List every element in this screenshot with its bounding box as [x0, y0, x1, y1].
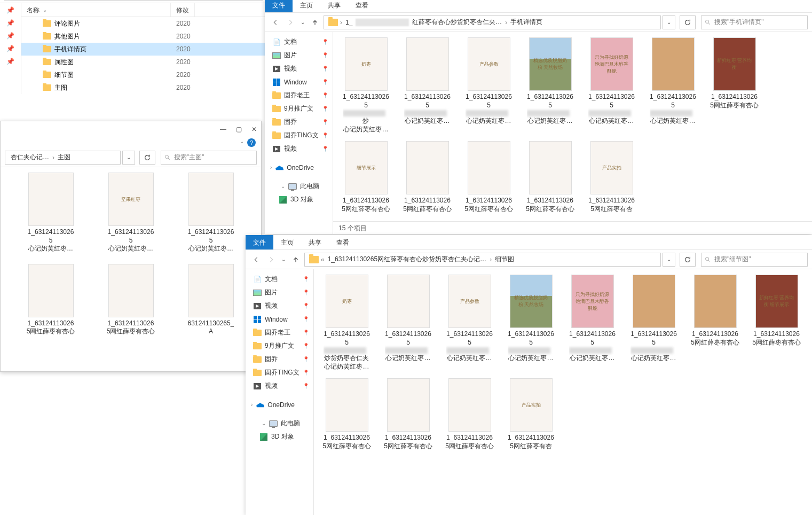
- nav-item[interactable]: ›OneDrive: [265, 161, 333, 174]
- thumbnail-item[interactable]: 奶枣 1_63124113026 5 炒 心记奶芙红枣…: [341, 37, 391, 134]
- column-name[interactable]: 名称⌄: [21, 3, 171, 17]
- thumbnail-item[interactable]: 产品实拍 1_63124113026 5网红薛枣有杏: [586, 141, 637, 213]
- tab-file[interactable]: 文件: [246, 235, 273, 249]
- thumbnail-item[interactable]: 1_63124113026 5网红薛枣有杏心: [99, 264, 163, 336]
- thumbnail-item[interactable]: 1_63124113026 5 心记奶芙红枣…: [19, 173, 83, 253]
- breadcrumb-seg[interactable]: 红薛枣有杏心炒货奶枣杏仁夹…: [409, 18, 505, 27]
- thumbnail-item[interactable]: 坚果红枣 1_63124113026 5 心记奶芙红枣…: [99, 173, 163, 253]
- breadcrumb[interactable]: « 1_631241130265网红薛枣有杏心炒货奶枣杏仁夹心记… › 细节图: [304, 253, 661, 267]
- forward-button[interactable]: [284, 16, 297, 29]
- nav-item[interactable]: 3D 对象: [265, 193, 333, 206]
- nav-item[interactable]: Window📍: [246, 313, 313, 326]
- thumbnail-item[interactable]: 只为寻找好奶源 饱满巴旦木醇香酥脆 1_63124113026 5 心记奶芙红枣…: [586, 37, 637, 134]
- thumbnail-item[interactable]: 新鲜红枣 营养均衡 细节展示 1_63124113026 5网红薛枣有杏心: [751, 275, 802, 371]
- chevron-down-icon[interactable]: ⌄: [238, 138, 244, 147]
- breadcrumb-seg[interactable]: 1_: [342, 19, 356, 26]
- forward-button[interactable]: [265, 253, 278, 266]
- search-input[interactable]: 搜索"细节图": [701, 253, 808, 267]
- breadcrumb-seg[interactable]: 手机详情页: [507, 18, 546, 27]
- tab-home[interactable]: 主页: [293, 0, 320, 12]
- thumbnail-item[interactable]: 产品参数 1_63124113026 5 心记奶芙红枣…: [444, 275, 495, 371]
- nav-item[interactable]: ▶视频📍: [246, 379, 313, 393]
- thumbnail-item[interactable]: 1_63124113026 5 心记奶芙红枣…: [648, 37, 698, 134]
- expand-icon[interactable]: ›: [249, 402, 253, 408]
- breadcrumb[interactable]: 浏览器下载› 电商图片› 2020: [4, 0, 263, 1]
- nav-item[interactable]: 9月推广文📍: [246, 339, 313, 353]
- thumbnail-item[interactable]: 奶枣 1_63124113026 5 炒货奶枣杏仁夹 心记奶芙红枣…: [321, 275, 372, 371]
- folder-row[interactable]: 细节图2020: [21, 68, 267, 81]
- column-modified[interactable]: 修改: [171, 3, 195, 17]
- up-button[interactable]: [309, 16, 321, 29]
- breadcrumb-seg[interactable]: 杏仁夹心记…: [7, 153, 52, 162]
- thumbnail-item[interactable]: 细节展示 1_63124113026 5网红薛枣有杏心: [341, 141, 391, 213]
- refresh-button[interactable]: [139, 151, 155, 165]
- nav-item[interactable]: 固乔📍: [246, 353, 313, 366]
- nav-item[interactable]: 图片📍: [265, 49, 333, 62]
- thumbnail-item[interactable]: 精选优质脱脂奶粉 天然牧场 1_63124113026 5 心记奶芙红枣…: [506, 275, 556, 371]
- thumbnail-item[interactable]: 1_63124113026 5网红薛枣有杏心: [690, 275, 740, 371]
- history-dropdown[interactable]: ⌄: [299, 16, 306, 29]
- nav-item[interactable]: 固乔老王📍: [246, 326, 313, 339]
- thumbnail-item[interactable]: 只为寻找好奶源 饱满巴旦木醇香酥脆 1_63124113026 5 心记奶芙红枣…: [567, 275, 618, 371]
- breadcrumb-dropdown[interactable]: ⌄: [663, 253, 675, 267]
- thumbnail-item[interactable]: 1_63124113026 5网红薛枣有杏心: [444, 378, 495, 450]
- thumbnail-item[interactable]: 产品参数 1_63124113026 5 心记奶芙红枣…: [463, 37, 514, 134]
- nav-item[interactable]: 图片📍: [246, 286, 313, 299]
- folder-row[interactable]: 主图2020: [21, 81, 267, 94]
- thumbnail-item[interactable]: 1_63124113026 5网红薛枣有杏心: [321, 378, 372, 450]
- breadcrumb-seg[interactable]: 主图: [54, 153, 74, 162]
- back-button[interactable]: [269, 16, 282, 29]
- search-input[interactable]: 搜索"主图": [161, 151, 257, 165]
- expand-icon[interactable]: ›: [268, 165, 272, 170]
- thumbnail-item[interactable]: 精选优质脱脂奶粉 天然牧场 1_63124113026 5 心记奶芙红枣…: [525, 37, 576, 134]
- breadcrumb[interactable]: › 1_ 红薛枣有杏心炒货奶枣杏仁夹… › 手机详情页: [324, 15, 661, 29]
- minimize-icon[interactable]: —: [220, 126, 226, 133]
- help-icon[interactable]: ?: [247, 138, 256, 147]
- nav-item[interactable]: 9月推广文📍: [265, 102, 333, 115]
- nav-item[interactable]: 📄文档📍: [246, 272, 313, 286]
- nav-item[interactable]: ⌄此电脑: [246, 417, 313, 430]
- up-button[interactable]: [289, 253, 302, 266]
- nav-item[interactable]: ›OneDrive: [246, 398, 313, 411]
- thumbnail-item[interactable]: 1_63124113026 5网红薛枣有杏心: [383, 378, 433, 450]
- thumbnail-item[interactable]: 1_63124113026 5 心记奶芙红枣…: [179, 173, 243, 253]
- breadcrumb-dropdown[interactable]: ⌄: [122, 151, 135, 165]
- thumbnail-item[interactable]: 1_63124113026 5网红薛枣有杏心: [463, 141, 514, 213]
- thumbnail-item[interactable]: 1_63124113026 5 心记奶芙红枣…: [402, 37, 453, 134]
- tab-share[interactable]: 共享: [301, 235, 329, 249]
- nav-item[interactable]: 固乔TING文📍: [265, 129, 333, 142]
- expand-icon[interactable]: ⌄: [259, 420, 266, 426]
- breadcrumb-seg[interactable]: 1_631241130265网红薛枣有杏心炒货奶枣杏仁夹心记…: [325, 255, 490, 264]
- folder-row[interactable]: 手机详情页2020: [21, 43, 267, 56]
- thumbnail-item[interactable]: 631241130265_ A: [179, 264, 243, 336]
- thumbnail-item[interactable]: 产品实拍 1_63124113026 5网红薛枣有杏: [506, 378, 556, 450]
- tab-view[interactable]: 查看: [348, 0, 376, 12]
- folder-row[interactable]: 其他图片2020: [21, 30, 267, 43]
- search-input[interactable]: 搜索"手机详情页": [701, 15, 808, 29]
- nav-item[interactable]: 固乔老王📍: [265, 89, 333, 102]
- thumbnail-item[interactable]: 1_63124113026 5 心记奶芙红枣…: [628, 275, 679, 371]
- thumbnail-item[interactable]: 1_63124113026 5网红薛枣有杏心: [525, 141, 576, 213]
- nav-item[interactable]: 3D 对象: [246, 430, 313, 443]
- expand-icon[interactable]: ⌄: [279, 183, 285, 189]
- refresh-button[interactable]: [680, 15, 696, 29]
- breadcrumb-dropdown[interactable]: ⌄: [663, 15, 675, 29]
- close-icon[interactable]: ✕: [251, 126, 257, 133]
- nav-item[interactable]: ▶视频📍: [246, 299, 313, 313]
- nav-item[interactable]: 📄文档📍: [265, 35, 333, 49]
- nav-item[interactable]: 固乔📍: [265, 115, 333, 129]
- tab-home[interactable]: 主页: [273, 235, 301, 249]
- folder-row[interactable]: 属性图2020: [21, 56, 267, 68]
- nav-item[interactable]: ▶视频📍: [265, 142, 333, 155]
- thumbnail-item[interactable]: 新鲜红枣 营养均衡 1_63124113026 5网红薛枣有杏心: [709, 37, 760, 134]
- thumbnail-item[interactable]: 1_63124113026 5网红薛枣有杏心: [19, 264, 83, 336]
- nav-item[interactable]: 固乔TING文📍: [246, 366, 313, 379]
- maximize-icon[interactable]: ▢: [236, 126, 242, 133]
- tab-share[interactable]: 共享: [320, 0, 348, 12]
- breadcrumb[interactable]: 杏仁夹心记…› 主图: [5, 151, 121, 165]
- nav-item[interactable]: ⌄此电脑: [265, 180, 333, 193]
- breadcrumb-seg[interactable]: 细节图: [492, 255, 517, 264]
- nav-item[interactable]: Window📍: [265, 75, 333, 89]
- tab-view[interactable]: 查看: [329, 235, 357, 249]
- nav-item[interactable]: ▶视频📍: [265, 62, 333, 75]
